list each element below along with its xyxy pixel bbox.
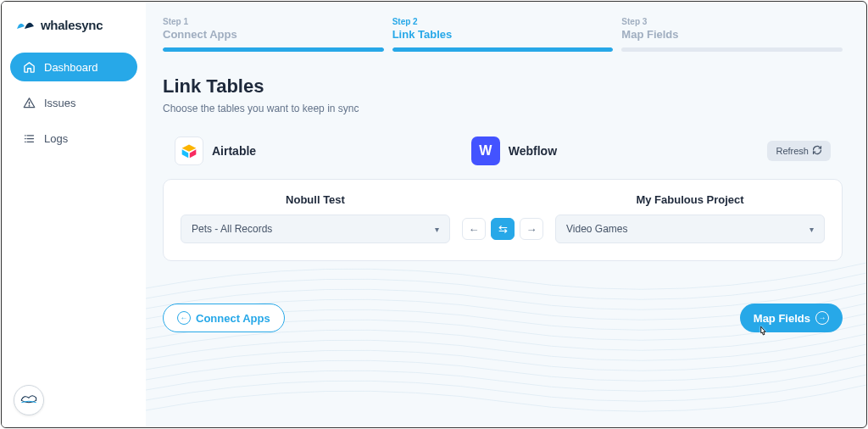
nav-logs[interactable]: Logs — [10, 124, 137, 153]
nav-issues-label: Issues — [44, 97, 76, 109]
left-table-select[interactable]: Pets - All Records ▾ — [181, 214, 450, 243]
right-select-value: Video Games — [566, 223, 628, 235]
step-2-bar — [392, 47, 614, 52]
step-3-bar — [621, 47, 843, 52]
link-card: Nobull Test Pets - All Records ▾ ← ⇆ → M… — [163, 179, 843, 261]
app-webflow: W Webflow — [471, 136, 768, 165]
sync-right-button[interactable]: → — [520, 218, 543, 240]
chevron-down-icon: ▾ — [435, 225, 439, 234]
step-2[interactable]: Step 2 Link Tables — [392, 17, 614, 52]
warning-icon — [22, 96, 36, 109]
stepper: Step 1 Connect Apps Step 2 Link Tables S… — [163, 17, 843, 52]
webflow-icon: W — [471, 136, 500, 165]
list-icon — [22, 131, 36, 145]
arrow-right-icon: → — [526, 223, 537, 236]
sync-direction-controls: ← ⇆ → — [462, 218, 543, 243]
sync-both-button[interactable]: ⇆ — [491, 218, 515, 240]
app-webflow-name: Webflow — [509, 144, 557, 158]
logo-icon — [15, 17, 36, 32]
nav-dashboard[interactable]: Dashboard — [10, 53, 137, 81]
svg-point-1 — [29, 105, 30, 106]
step-1-bar — [163, 47, 384, 52]
left-heading: Nobull Test — [286, 193, 345, 206]
arrow-left-circle-icon: ← — [177, 311, 191, 325]
brand-name: whalesync — [41, 18, 103, 32]
main-content: Step 1 Connect Apps Step 2 Link Tables S… — [163, 17, 843, 332]
refresh-button[interactable]: Refresh — [767, 141, 831, 161]
right-heading: My Fabulous Project — [636, 193, 743, 206]
step-1-num: Step 1 — [163, 17, 384, 26]
app-airtable-name: Airtable — [212, 144, 256, 158]
step-2-num: Step 2 — [392, 17, 614, 26]
left-select-value: Pets - All Records — [192, 223, 272, 235]
left-column: Nobull Test Pets - All Records ▾ — [181, 193, 450, 243]
right-column: My Fabulous Project Video Games ▾ — [555, 193, 825, 243]
step-3-title: Map Fields — [621, 28, 843, 41]
svg-marker-8 — [182, 145, 197, 152]
arrow-right-circle-icon: → — [815, 311, 829, 325]
refresh-label: Refresh — [776, 146, 809, 156]
home-icon — [22, 60, 36, 74]
step-2-title: Link Tables — [392, 28, 614, 41]
nav-logs-label: Logs — [44, 132, 68, 145]
refresh-icon — [812, 145, 822, 157]
airtable-icon — [175, 136, 203, 165]
sync-left-button[interactable]: ← — [462, 218, 486, 240]
right-table-select[interactable]: Video Games ▾ — [555, 214, 825, 243]
page-title: Link Tables — [163, 75, 843, 98]
whale-icon — [19, 391, 38, 410]
page-subtitle: Choose the tables you want to keep in sy… — [163, 103, 843, 114]
nav-issues[interactable]: Issues — [10, 88, 137, 117]
chevron-down-icon: ▾ — [810, 225, 814, 234]
app-airtable: Airtable — [175, 136, 471, 165]
brand-logo: whalesync — [15, 17, 137, 32]
sync-both-icon: ⇆ — [498, 223, 508, 236]
cursor-pointer-icon — [755, 324, 771, 344]
step-3[interactable]: Step 3 Map Fields — [621, 17, 843, 52]
next-label: Map Fields — [754, 312, 810, 325]
back-button[interactable]: ← Connect Apps — [163, 304, 285, 332]
step-1-title: Connect Apps — [163, 28, 384, 41]
help-button[interactable] — [14, 385, 44, 415]
footer-nav: ← Connect Apps Map Fields → — [163, 304, 843, 332]
nav-dashboard-label: Dashboard — [44, 61, 98, 74]
sidebar: whalesync Dashboard Issues Logs — [2, 2, 146, 427]
step-1[interactable]: Step 1 Connect Apps — [163, 17, 384, 52]
next-button[interactable]: Map Fields → — [740, 304, 843, 332]
arrow-left-icon: ← — [469, 223, 480, 236]
step-3-num: Step 3 — [621, 17, 843, 26]
apps-row: Airtable W Webflow Refresh — [163, 136, 843, 165]
back-label: Connect Apps — [196, 312, 270, 325]
